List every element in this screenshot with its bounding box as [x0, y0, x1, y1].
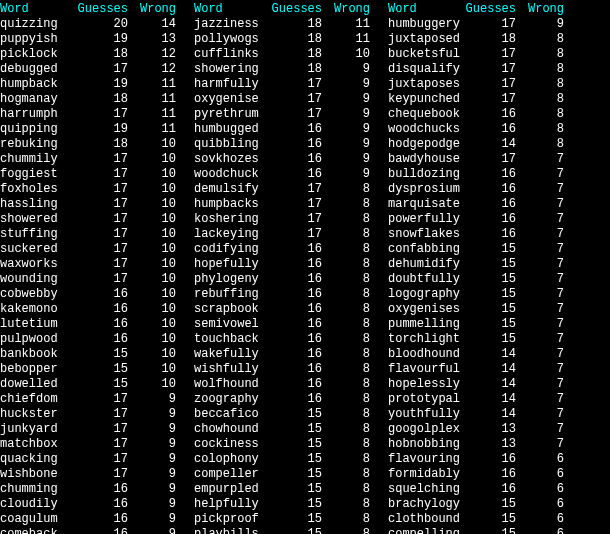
col1-guesses: Guesses 20191817191817191817171717171717…: [72, 2, 136, 534]
wrong-cell: 12: [136, 62, 176, 77]
guesses-cell: 16: [72, 482, 128, 497]
wrong-cell: 11: [136, 122, 176, 137]
wrong-cell: 8: [330, 512, 370, 527]
guesses-cell: 17: [460, 62, 516, 77]
wrong-cell: 9: [330, 62, 370, 77]
guesses-cell: 16: [460, 482, 516, 497]
wrong-cell: 10: [136, 362, 176, 377]
word-cell: flavouring: [388, 452, 460, 467]
guesses-cell: 15: [72, 347, 128, 362]
word-cell: youthfully: [388, 407, 460, 422]
wrong-cell: 7: [524, 422, 564, 437]
word-cell: brachylogy: [388, 497, 460, 512]
wrong-cell: 10: [136, 302, 176, 317]
guesses-cell: 16: [266, 242, 322, 257]
word-cell: bankbook: [0, 347, 72, 362]
header-wrong: Wrong: [330, 2, 370, 17]
wrong-cell: 8: [524, 92, 564, 107]
guesses-cell: 15: [266, 437, 322, 452]
guesses-cell: 16: [72, 527, 128, 534]
guesses-cell: 17: [266, 182, 322, 197]
guesses-cell: 17: [266, 212, 322, 227]
guesses-cell: 13: [460, 422, 516, 437]
wrong-cell: 10: [136, 242, 176, 257]
wrong-cell: 8: [330, 392, 370, 407]
wrong-cell: 10: [136, 182, 176, 197]
word-cell: compeller: [194, 467, 266, 482]
word-cell: empurpled: [194, 482, 266, 497]
wrong-cell: 6: [524, 497, 564, 512]
guesses-cell: 16: [266, 362, 322, 377]
wrong-cell: 9: [136, 482, 176, 497]
word-cell: phylogeny: [194, 272, 266, 287]
word-cell: jazziness: [194, 17, 266, 32]
word-cell: comeback: [0, 527, 72, 534]
word-cell: lutetium: [0, 317, 72, 332]
wrong-cell: 6: [524, 512, 564, 527]
guesses-cell: 16: [266, 302, 322, 317]
guesses-cell: 14: [460, 347, 516, 362]
word-cell: scrapbook: [194, 302, 266, 317]
guesses-cell: 17: [460, 92, 516, 107]
wrong-cell: 10: [136, 377, 176, 392]
word-cell: wishfully: [194, 362, 266, 377]
wrong-cell: 8: [330, 482, 370, 497]
guesses-cell: 16: [266, 392, 322, 407]
word-cell: debugged: [0, 62, 72, 77]
wrong-cell: 13: [136, 32, 176, 47]
guesses-cell: 17: [72, 272, 128, 287]
word-cell: pickproof: [194, 512, 266, 527]
word-cell: snowflakes: [388, 227, 460, 242]
column-gap: [184, 2, 194, 534]
wrong-cell: 8: [330, 212, 370, 227]
guesses-cell: 16: [266, 272, 322, 287]
word-cell: torchlight: [388, 332, 460, 347]
guesses-cell: 15: [460, 287, 516, 302]
word-cell: pollywogs: [194, 32, 266, 47]
wrong-cell: 9: [136, 422, 176, 437]
guesses-cell: 15: [72, 377, 128, 392]
wrong-cell: 8: [524, 47, 564, 62]
guesses-cell: 19: [72, 122, 128, 137]
guesses-cell: 17: [72, 422, 128, 437]
word-cell: hobnobbing: [388, 437, 460, 452]
guesses-cell: 16: [72, 512, 128, 527]
word-cell: hopefully: [194, 257, 266, 272]
guesses-cell: 18: [266, 47, 322, 62]
word-cell: bloodhound: [388, 347, 460, 362]
word-cell: semivowel: [194, 317, 266, 332]
word-cell: cufflinks: [194, 47, 266, 62]
word-cell: picklock: [0, 47, 72, 62]
header-word: Word: [388, 2, 460, 17]
guesses-cell: 17: [266, 92, 322, 107]
word-cell: coagulum: [0, 512, 72, 527]
word-cell: chiefdom: [0, 392, 72, 407]
guesses-cell: 17: [266, 197, 322, 212]
word-cell: cockiness: [194, 437, 266, 452]
word-cell: quacking: [0, 452, 72, 467]
header-guesses: Guesses: [72, 2, 128, 17]
wrong-cell: 8: [330, 287, 370, 302]
word-cell: chowhound: [194, 422, 266, 437]
wrong-cell: 10: [136, 272, 176, 287]
word-cell: keypunched: [388, 92, 460, 107]
wrong-cell: 7: [524, 377, 564, 392]
wrong-cell: 7: [524, 272, 564, 287]
wrong-cell: 10: [136, 332, 176, 347]
wrong-cell: 7: [524, 197, 564, 212]
word-cell: bulldozing: [388, 167, 460, 182]
word-cell: wolfhound: [194, 377, 266, 392]
guesses-cell: 17: [460, 17, 516, 32]
word-cell: quipping: [0, 122, 72, 137]
guesses-cell: 16: [460, 467, 516, 482]
word-cell: zoography: [194, 392, 266, 407]
word-cell: junkyard: [0, 422, 72, 437]
guesses-cell: 16: [266, 257, 322, 272]
guesses-cell: 17: [72, 437, 128, 452]
guesses-cell: 17: [72, 467, 128, 482]
guesses-cell: 19: [72, 77, 128, 92]
word-cell: beccafico: [194, 407, 266, 422]
guesses-cell: 18: [460, 32, 516, 47]
guesses-cell: 14: [460, 392, 516, 407]
word-cell: humbugged: [194, 122, 266, 137]
